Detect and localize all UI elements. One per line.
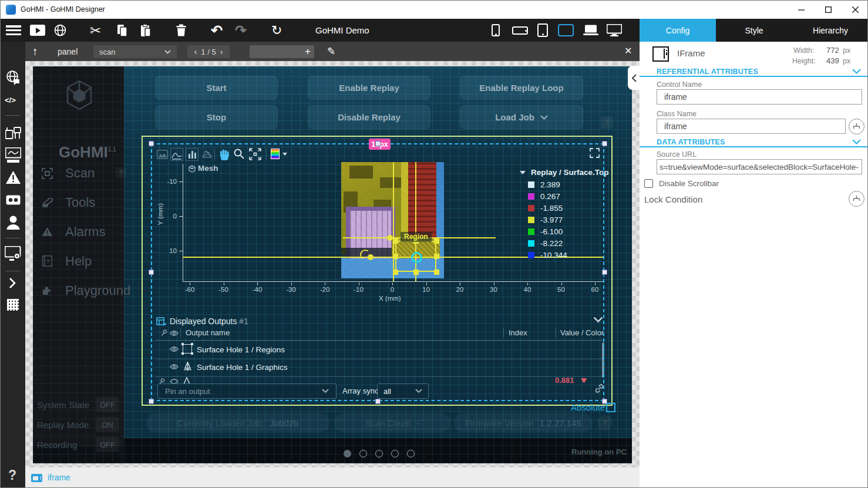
page-select[interactable]: scan (93, 45, 177, 58)
referential-section-header[interactable]: REFERENTIAL ATTRIBUTES (657, 68, 758, 76)
page-dot[interactable] (375, 450, 383, 457)
chevron-down-icon (540, 115, 548, 120)
menu-item-scan[interactable]: Scan (65, 166, 95, 181)
menu-scan-help-badge[interactable]: ? (116, 167, 126, 178)
section-collapse-icon[interactable] (852, 139, 861, 144)
height-value: 439 (826, 56, 839, 65)
sidebar-divider (5, 238, 21, 238)
sidebar-help-icon[interactable]: ? (8, 467, 16, 483)
collapse-inspector-tab[interactable] (628, 66, 640, 90)
firmware-label: Firmware Version (465, 418, 534, 428)
resize-handle-e[interactable] (602, 270, 607, 275)
add-page-icon[interactable]: + (305, 46, 311, 56)
lock-condition-label: Lock Condition (644, 194, 702, 204)
menu-playground-icon (42, 285, 53, 296)
main-toolbar: ✂ ↶ ↷ ↻ GoHMI Demo (1, 19, 640, 42)
menu-item-alarms[interactable]: Alarms (65, 224, 105, 240)
section-divider (640, 76, 868, 77)
enable-replay-button[interactable]: Enable Replay (308, 76, 430, 100)
sidebar-expand-icon[interactable] (8, 277, 16, 290)
sidebar-user-icon[interactable] (6, 216, 20, 230)
app-window: GoHMI - GoHMI Designer ✂ ↶ ↷ ↻ GoHMI Dem… (0, 0, 868, 488)
sidebar-screen-settings-icon[interactable] (5, 246, 22, 261)
scan-count-pill: Scan Count - (334, 413, 450, 433)
app-logo-text: GoHMI1.1 (59, 143, 116, 161)
menu-item-help[interactable]: Help (65, 254, 92, 269)
status-value-badge: OFF (96, 437, 119, 452)
paste-icon[interactable] (140, 24, 151, 37)
resize-handle-w[interactable] (149, 270, 154, 275)
page-dot[interactable] (391, 450, 399, 457)
page-dot[interactable] (407, 450, 415, 457)
data-section-header[interactable]: DATA ATTRIBUTES (657, 138, 725, 146)
control-name-input[interactable] (657, 89, 862, 105)
redo-icon[interactable]: ↷ (235, 23, 247, 38)
device-laptop-icon[interactable] (583, 25, 598, 36)
cut-icon[interactable]: ✂ (90, 24, 101, 38)
device-phone-portrait-icon[interactable] (492, 24, 500, 36)
sidebar-alarms-icon[interactable] (5, 170, 21, 185)
stop-button[interactable]: Stop (155, 105, 278, 129)
undo-icon[interactable]: ↶ (211, 23, 223, 38)
firmware-pill: Firmware Version 1.2.27.145 (454, 413, 593, 433)
tab-config[interactable]: Config (640, 19, 716, 42)
class-name-input[interactable] (657, 119, 846, 134)
refresh-icon[interactable]: ↻ (271, 24, 282, 37)
maximize-button[interactable] (815, 1, 842, 19)
section-collapse-icon[interactable] (852, 69, 861, 74)
scan-count-label: Scan Count (365, 418, 411, 428)
hamburger-menu-icon[interactable] (6, 25, 21, 35)
new-page-input[interactable]: + (250, 45, 314, 58)
firmware-value: 1.2.27.145 (540, 418, 581, 428)
delete-icon[interactable] (176, 24, 187, 36)
resize-handle-nw[interactable] (149, 141, 154, 146)
resize-handle-n[interactable] (375, 141, 381, 146)
tab-style[interactable]: Style (716, 19, 792, 42)
menu-item-playground[interactable]: Playground (65, 283, 130, 298)
sidebar-globe-chat-icon[interactable] (6, 70, 20, 85)
sidebar-replay-icon[interactable] (6, 195, 21, 205)
loaded-job-pill: Currently Loaded Job: Job02b (146, 413, 329, 433)
tab-hierarchy[interactable]: Hierarchy (792, 19, 868, 42)
lock-condition-binding-button[interactable] (849, 191, 864, 207)
sidebar-code-icon[interactable]: </> (5, 96, 16, 105)
rename-page-icon[interactable]: ✎ (327, 46, 335, 56)
disable-replay-button[interactable]: Disable Replay (308, 105, 430, 129)
device-desktop-icon[interactable] (607, 24, 622, 36)
minimize-button[interactable] (788, 1, 815, 19)
preview-run-icon[interactable] (30, 25, 45, 36)
next-page-icon[interactable]: › (220, 47, 223, 56)
anchor-box-icon[interactable] (606, 403, 615, 412)
resize-handle-s[interactable] (375, 399, 381, 404)
device-tablet-portrait-icon[interactable] (537, 23, 548, 37)
page-pagination[interactable]: ‹ 1 / 5 › (187, 45, 230, 58)
menu-item-tools[interactable]: Tools (65, 195, 95, 210)
class-binding-button[interactable] (849, 119, 864, 134)
globe-icon[interactable] (54, 24, 66, 36)
load-job-button[interactable]: Load Job (460, 105, 583, 129)
copy-icon[interactable] (117, 24, 127, 37)
page-dot[interactable] (359, 450, 367, 457)
close-panel-icon[interactable]: ✕ (624, 46, 632, 56)
source-url-input[interactable] (657, 159, 862, 174)
sidebar-widgets-grid-icon[interactable] (7, 299, 19, 311)
selected-control-name[interactable]: iframe (48, 473, 70, 482)
device-tablet-landscape-icon[interactable] (558, 24, 574, 36)
sidebar-workbench-icon[interactable] (5, 124, 21, 140)
resize-handle-sw[interactable] (149, 399, 154, 404)
app-help-badge[interactable]: ? (601, 116, 613, 129)
prev-page-icon[interactable]: ‹ (194, 47, 197, 56)
page-dot-active[interactable] (344, 450, 351, 457)
project-title: GoHMI Demo (315, 25, 369, 35)
start-button[interactable]: Start (155, 76, 278, 100)
move-up-icon[interactable]: ↑ (32, 46, 38, 57)
disable-scrollbar-checkbox[interactable] (644, 179, 653, 188)
chevron-left-icon (631, 74, 637, 82)
resize-handle-ne[interactable] (602, 141, 607, 146)
device-phone-landscape-icon[interactable] (512, 26, 528, 35)
close-button[interactable] (842, 1, 868, 19)
enable-replay-loop-button[interactable]: Enable Replay Loop (460, 76, 583, 100)
sidebar-dashboard-icon[interactable] (5, 147, 21, 163)
position-mode-label[interactable]: Absolute (571, 402, 605, 412)
footer-help-badge[interactable]: ? (597, 415, 613, 430)
